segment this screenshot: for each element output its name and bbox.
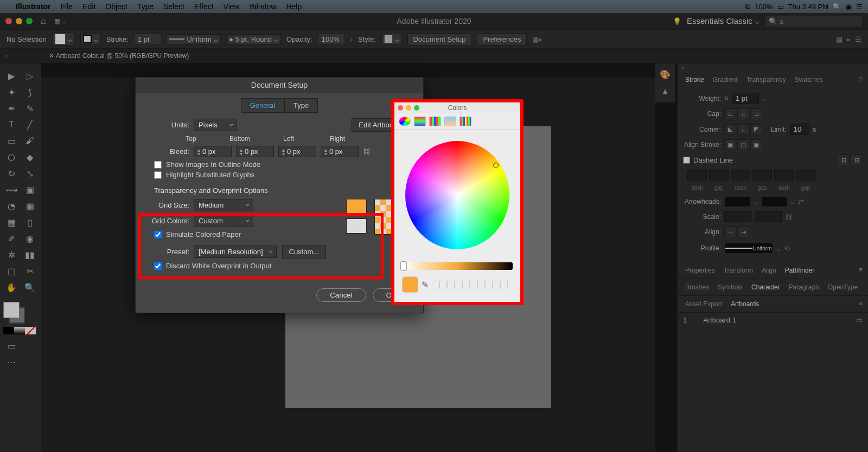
tab-document[interactable]: ✕ Artboard Color.ai @ 50% (RGB/GPU Previ… xyxy=(43,50,194,62)
mesh-tool[interactable]: ▦ xyxy=(3,215,20,229)
corner-bevel[interactable]: ◤ xyxy=(750,124,762,135)
direct-selection-tool[interactable]: ▷ xyxy=(22,69,38,83)
align-outside[interactable]: ▣ xyxy=(750,139,762,150)
tab-paragraph[interactable]: Paragraph xyxy=(784,280,824,294)
cancel-button[interactable]: Cancel xyxy=(316,288,366,302)
magic-wand-tool[interactable]: ✦ xyxy=(3,85,20,99)
selected-color-swatch[interactable] xyxy=(402,276,418,293)
link-bleed-icon[interactable]: ⛓ xyxy=(363,147,370,156)
brush-select[interactable]: ● 5 pt. Round ⌵ xyxy=(226,34,281,44)
tab-asset-export[interactable]: Asset Export xyxy=(681,297,726,311)
swap-icon[interactable]: ⇄ xyxy=(798,198,804,206)
menu-window[interactable]: Window xyxy=(245,2,282,11)
minimize-icon[interactable] xyxy=(406,105,411,111)
zoom-icon[interactable] xyxy=(26,18,33,24)
blend-tool[interactable]: ◉ xyxy=(22,231,38,246)
tab-gradient[interactable]: Gradient xyxy=(709,73,742,87)
minimize-icon[interactable] xyxy=(16,18,22,24)
line-tool[interactable]: ╱ xyxy=(22,118,38,132)
snap-icon[interactable]: ▸ xyxy=(847,35,851,43)
opacity-input[interactable]: 100% xyxy=(318,34,345,45)
hand-tool[interactable]: ✋ xyxy=(3,280,20,294)
tab-transform[interactable]: Transform xyxy=(719,263,757,277)
workspace-switcher[interactable]: Essentials Classic ⌵ xyxy=(687,16,760,26)
search-input[interactable]: 🔍 a xyxy=(765,16,863,27)
gap-3[interactable] xyxy=(796,170,815,180)
grid-size-select[interactable]: Medium xyxy=(194,199,253,211)
shaper-tool[interactable]: ⬡ xyxy=(3,150,20,164)
grid-color-2[interactable] xyxy=(346,218,367,234)
screen-mode[interactable]: ▭ xyxy=(3,339,20,353)
free-transform-tool[interactable]: ▣ xyxy=(22,183,38,197)
discard-overprint-checkbox[interactable]: Discard White Overprint in Output xyxy=(154,262,410,270)
panel-menu-icon[interactable]: ≡ xyxy=(856,73,865,87)
tab-pathfinder[interactable]: Pathfinder xyxy=(781,263,819,277)
gap-2[interactable] xyxy=(752,170,772,180)
menu-view[interactable]: View xyxy=(219,2,245,11)
tab-brushes[interactable]: Brushes xyxy=(681,280,713,294)
eraser-tool[interactable]: ◆ xyxy=(22,150,38,164)
tab-symbols[interactable]: Symbols xyxy=(713,280,747,294)
corner-miter[interactable]: ◣ xyxy=(724,124,736,135)
bleed-left[interactable]: ▴▾0 px xyxy=(278,146,316,157)
type-tool[interactable]: T xyxy=(3,118,20,132)
menu-object[interactable]: Object xyxy=(100,2,132,11)
libraries-panel-icon[interactable]: ▲ xyxy=(659,85,672,98)
color-marker[interactable] xyxy=(493,163,499,168)
shape-builder-tool[interactable]: ◔ xyxy=(3,199,20,213)
stroke-profile[interactable]: Uniform ⌵ xyxy=(167,34,221,44)
list-icon[interactable]: ☰ xyxy=(855,35,861,43)
home-icon[interactable]: ⌂ xyxy=(41,16,46,26)
menu-file[interactable]: File xyxy=(56,2,78,11)
outline-mode-checkbox[interactable]: Show Images In Outline Mode xyxy=(154,160,410,169)
preset-select[interactable]: [Medium Resolution] xyxy=(194,246,277,258)
wifi-icon[interactable]: ⧉ xyxy=(745,2,750,11)
graph-tool[interactable]: ▮▮ xyxy=(22,248,38,262)
slice-tool[interactable]: ✂ xyxy=(22,264,38,278)
highlight-glyphs-checkbox[interactable]: Highlight Substituted Glyphs xyxy=(154,171,410,179)
rotate-tool[interactable]: ↻ xyxy=(3,166,20,180)
bulb-icon[interactable]: 💡 xyxy=(673,17,681,25)
edit-toolbar[interactable]: ⋯ xyxy=(3,355,20,369)
fill-swatch[interactable]: ⌵ xyxy=(52,33,75,46)
dash-1[interactable] xyxy=(687,170,707,180)
stroke-weight-input[interactable]: 1 pt xyxy=(134,34,161,45)
close-icon[interactable] xyxy=(398,105,403,111)
gap-1[interactable] xyxy=(709,170,729,180)
panel-menu-icon[interactable]: ≡ xyxy=(856,263,865,277)
grid-color-1[interactable] xyxy=(346,199,367,214)
dash-3[interactable] xyxy=(774,170,794,180)
tab-transparency[interactable]: Transparency xyxy=(742,73,790,87)
perspective-tool[interactable]: ▦ xyxy=(22,199,38,213)
tab-swatches[interactable]: Swatches xyxy=(790,73,827,87)
slider-thumb[interactable] xyxy=(400,261,407,271)
color-mode-wheel[interactable] xyxy=(399,117,411,126)
arrow-scale-end[interactable] xyxy=(755,211,782,222)
color-mode-none[interactable] xyxy=(25,327,36,334)
weight-input[interactable]: 1 pt xyxy=(732,93,759,104)
arrow-start[interactable] xyxy=(724,196,750,207)
tab-align[interactable]: Align xyxy=(757,263,781,277)
cap-butt[interactable]: ⊏ xyxy=(724,108,736,119)
link-icon[interactable]: ⛓ xyxy=(785,213,792,221)
tab-artboards[interactable]: Artboards xyxy=(726,297,763,311)
menu-type[interactable]: Type xyxy=(132,2,158,11)
paintbrush-tool[interactable]: 🖌 xyxy=(22,134,38,148)
dash-2[interactable] xyxy=(731,170,750,180)
selection-tool[interactable]: ▶ xyxy=(3,69,20,83)
menu-icon[interactable]: ☰ xyxy=(856,3,863,11)
rectangle-tool[interactable]: ▭ xyxy=(3,134,20,148)
app-name[interactable]: Illustrator xyxy=(11,2,56,11)
bleed-right[interactable]: ▴▾0 px xyxy=(321,146,359,157)
scale-tool[interactable]: ⤡ xyxy=(22,166,38,180)
align-inside[interactable]: ▢ xyxy=(737,139,749,150)
custom-preset-button[interactable]: Custom... xyxy=(282,245,327,259)
color-mode-color[interactable] xyxy=(3,327,14,334)
arrow-scale-start[interactable] xyxy=(724,211,751,222)
arrow-align-1[interactable]: → xyxy=(724,227,736,237)
color-mode-gradient[interactable] xyxy=(14,327,25,334)
color-wheel[interactable] xyxy=(405,141,509,249)
color-mode-sliders[interactable] xyxy=(414,117,426,126)
recent-colors[interactable] xyxy=(432,281,508,288)
cap-round[interactable]: ⊂ xyxy=(737,108,749,119)
